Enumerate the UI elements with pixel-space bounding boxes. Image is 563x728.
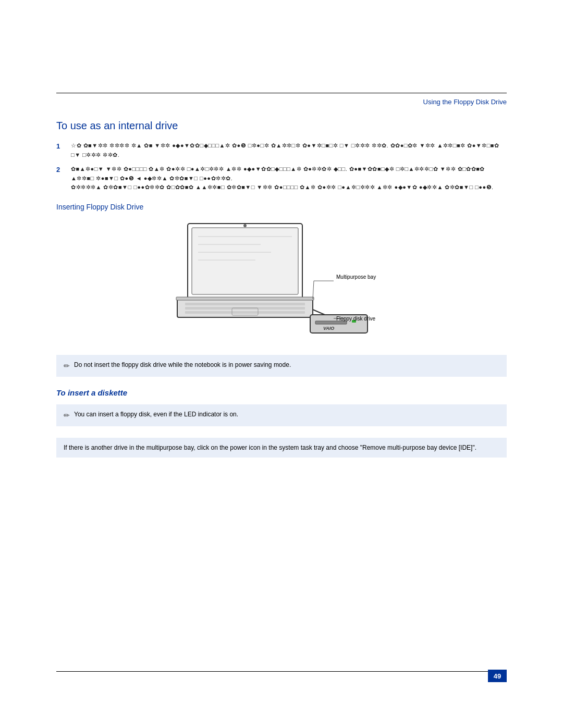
diagram-area: VAIO Multipurpose bay Floppy disk drive xyxy=(56,218,507,343)
note-text-3: If there is another drive in the multipu… xyxy=(64,444,476,451)
sub-heading: Inserting Floppy Disk Drive xyxy=(56,203,507,211)
section-heading: To use as an internal drive xyxy=(56,120,507,132)
step-number-2: 2 xyxy=(56,165,71,192)
bold-italic-heading: To insert a diskette xyxy=(56,388,507,397)
note-text-2: You can insert a floppy disk, even if th… xyxy=(74,410,238,419)
page: Using the Floppy Disk Drive To use as an… xyxy=(0,0,563,728)
step-1-text: ☆✿ ✿■▼✲✲ ✲✲✲✲ ✲▲ ✿■ ▼✲✲ ●◆●▼✿✿□◆□□□▲✲ ✿●… xyxy=(71,141,507,159)
note-icon-1: ✏ xyxy=(64,361,70,372)
svg-line-22 xyxy=(313,281,314,299)
svg-rect-12 xyxy=(176,297,314,300)
svg-point-6 xyxy=(243,224,247,227)
list-item: 2 ✿■▲✲●□▼ ▼✲✲ ✿●□□□□ ✿▲✲ ✿●✲✲ □●▲✲□✲✲✲ ▲… xyxy=(56,165,507,192)
svg-text:Floppy disk drive: Floppy disk drive xyxy=(336,316,375,322)
bottom-rule xyxy=(56,671,507,672)
step-2-text: ✿■▲✲●□▼ ▼✲✲ ✿●□□□□ ✿▲✲ ✿●✲✲ □●▲✲□✲✲✲ ▲✲✲… xyxy=(71,165,507,192)
note-box-2: ✏ You can insert a floppy disk, even if … xyxy=(56,404,507,426)
note-box-3: If there is another drive in the multipu… xyxy=(56,438,507,458)
running-head-text: Using the Floppy Disk Drive xyxy=(423,98,507,106)
numbered-list: 1 ☆✿ ✿■▼✲✲ ✲✲✲✲ ✲▲ ✿■ ▼✲✲ ●◆●▼✿✿□◆□□□▲✲ … xyxy=(56,141,507,192)
laptop-illustration: VAIO Multipurpose bay Floppy disk drive xyxy=(156,218,386,338)
svg-rect-8 xyxy=(185,303,305,305)
note-icon-2: ✏ xyxy=(64,410,70,421)
step-number-1: 1 xyxy=(56,141,71,159)
svg-rect-10 xyxy=(185,311,305,314)
diagram-container: VAIO Multipurpose bay Floppy disk drive xyxy=(146,218,417,343)
svg-text:Multipurpose bay: Multipurpose bay xyxy=(336,274,376,280)
svg-rect-1 xyxy=(192,228,298,294)
note-text-1: Do not insert the floppy disk drive whil… xyxy=(74,360,291,369)
top-rule xyxy=(56,93,507,93)
running-head: Using the Floppy Disk Drive xyxy=(423,98,507,106)
page-number: 49 xyxy=(488,670,507,682)
main-content: To use as an internal drive 1 ☆✿ ✿■▼✲✲ ✲… xyxy=(56,120,507,463)
note-box-1: ✏ Do not insert the floppy disk drive wh… xyxy=(56,355,507,377)
svg-text:VAIO: VAIO xyxy=(323,326,334,331)
list-item: 1 ☆✿ ✿■▼✲✲ ✲✲✲✲ ✲▲ ✿■ ▼✲✲ ●◆●▼✿✿□◆□□□▲✲ … xyxy=(56,141,507,159)
